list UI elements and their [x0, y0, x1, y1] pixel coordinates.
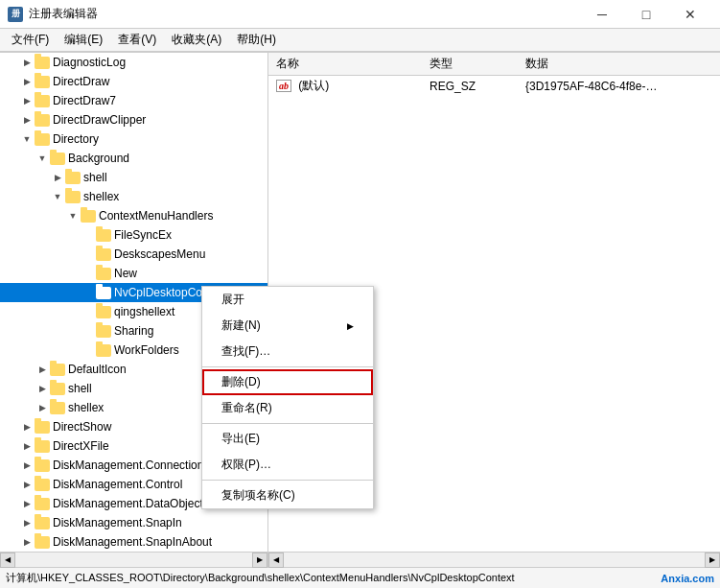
node-label: DirectDrawClipper	[53, 110, 146, 129]
menu-edit[interactable]: 编辑(E)	[57, 30, 110, 50]
ctx-divider-2	[202, 423, 373, 424]
list-item[interactable]: ▶ DiskManagement.SnapIn	[0, 513, 267, 532]
list-item[interactable]: ▶ shell	[0, 168, 267, 187]
menu-view[interactable]: 查看(V)	[110, 30, 164, 50]
folder-icon	[35, 479, 50, 491]
ctx-divider-1	[202, 366, 373, 367]
node-label: DiskManagement.SnapIn	[53, 513, 182, 532]
node-label: shell	[68, 379, 92, 398]
expand-icon[interactable]: ▼	[50, 189, 65, 204]
column-header-type[interactable]: 类型	[422, 53, 518, 76]
scroll-right2-left-button[interactable]: ◀	[268, 553, 284, 568]
folder-icon	[35, 498, 50, 510]
minimize-button[interactable]: ─	[580, 0, 624, 29]
node-label: New	[114, 264, 137, 283]
list-item[interactable]: ▼ ContextMenuHandlers	[0, 206, 267, 225]
close-button[interactable]: ✕	[668, 0, 712, 29]
expand-icon[interactable]: ▶	[19, 74, 35, 89]
expand-icon[interactable]: ▶	[19, 515, 35, 530]
expand-icon[interactable]: ▶	[50, 170, 65, 185]
ctx-find[interactable]: 查找(F)…	[202, 339, 373, 365]
node-label: DiskManagement.Connection	[53, 456, 203, 475]
right-scroll-track: ◀ ▶	[268, 553, 720, 567]
value-data: {3D1975AF-48C6-4f8e-…	[518, 76, 720, 97]
maximize-button[interactable]: □	[624, 0, 668, 29]
expand-icon[interactable]: ▼	[19, 131, 35, 147]
node-label: DirectDraw7	[53, 91, 116, 110]
scroll-left-button[interactable]: ◀	[0, 553, 15, 568]
status-path: 计算机\HKEY_CLASSES_ROOT\Directory\Backgrou…	[6, 571, 515, 585]
expand-icon[interactable]: ▶	[19, 55, 35, 70]
expand-icon[interactable]: ▼	[35, 151, 50, 166]
list-item[interactable]: ▶ DirectDraw	[0, 72, 267, 91]
folder-icon	[35, 459, 50, 472]
expand-icon[interactable]: ▶	[19, 112, 35, 128]
expand-icon[interactable]: ▶	[35, 362, 50, 377]
node-label: Background	[68, 149, 129, 168]
window-controls: ─ □ ✕	[580, 0, 712, 29]
node-label: WorkFolders	[114, 341, 179, 360]
node-label: Sharing	[114, 321, 153, 341]
folder-icon	[50, 364, 65, 376]
expand-icon[interactable]: ▶	[19, 419, 35, 435]
ctx-expand[interactable]: 展开	[202, 287, 373, 313]
folder-icon	[65, 172, 81, 184]
table-row[interactable]: ab (默认) REG_SZ {3D1975AF-48C6-4f8e-…	[268, 76, 720, 97]
node-label: DiskManagement.Control	[53, 475, 182, 494]
list-item[interactable]: ▼ Directory	[0, 129, 267, 149]
folder-icon	[65, 191, 81, 203]
folder-icon	[96, 248, 111, 261]
folder-icon	[35, 440, 50, 453]
list-item[interactable]: ▼ shellex	[0, 187, 267, 206]
expand-icon[interactable]: ▶	[35, 400, 50, 415]
value-name: ab (默认)	[268, 76, 422, 97]
list-item[interactable]: ▶ DiskManagement.SnapInAbout	[0, 532, 267, 552]
app-icon: 册	[8, 7, 23, 22]
scroll-right2-right-button[interactable]: ▶	[705, 553, 720, 568]
value-name-text: (默认)	[298, 79, 329, 92]
ab-icon: ab	[276, 80, 291, 92]
expand-icon[interactable]: ▶	[19, 477, 35, 492]
folder-icon	[96, 268, 111, 280]
menu-help[interactable]: 帮助(H)	[229, 30, 284, 50]
list-item[interactable]: ▶ DirectDrawClipper	[0, 110, 267, 129]
menu-favorites[interactable]: 收藏夹(A)	[164, 30, 229, 50]
node-label: shellex	[83, 187, 119, 206]
ctx-new[interactable]: 新建(N)	[202, 313, 373, 339]
list-item[interactable]: ▶ DirectDraw7	[0, 91, 267, 110]
menu-file[interactable]: 文件(F)	[4, 30, 57, 50]
list-item[interactable]: ▶ DiagnosticLog	[0, 53, 267, 72]
column-header-name[interactable]: 名称	[268, 53, 422, 76]
window-title: 注册表编辑器	[29, 6, 580, 22]
ctx-permissions[interactable]: 权限(P)…	[202, 452, 373, 478]
title-bar: 册 注册表编辑器 ─ □ ✕	[0, 0, 720, 29]
list-item[interactable]: DeskscapesMenu	[0, 245, 267, 264]
value-type: REG_SZ	[422, 76, 518, 97]
node-label: shell	[83, 168, 107, 187]
list-item[interactable]: FileSyncEx	[0, 225, 267, 245]
folder-icon	[35, 57, 50, 69]
ctx-export[interactable]: 导出(E)	[202, 426, 373, 452]
folder-icon	[35, 536, 50, 549]
folder-icon	[35, 95, 50, 107]
expand-icon[interactable]: ▶	[19, 438, 35, 454]
node-label: DirectShow	[53, 417, 111, 436]
folder-icon	[81, 210, 96, 223]
folder-icon	[35, 133, 50, 146]
ctx-rename[interactable]: 重命名(R)	[202, 395, 373, 421]
column-header-data[interactable]: 数据	[518, 53, 720, 76]
scroll-right-button[interactable]: ▶	[252, 553, 267, 568]
folder-icon	[35, 114, 50, 127]
expand-icon[interactable]: ▶	[19, 93, 35, 108]
ctx-delete[interactable]: 删除(D)	[202, 369, 373, 395]
bottom-scroll-bar: ◀ ▶ ◀ ▶	[0, 552, 720, 567]
expand-icon[interactable]: ▶	[19, 534, 35, 550]
folder-icon	[96, 325, 111, 338]
expand-icon[interactable]: ▼	[65, 208, 81, 223]
list-item[interactable]: New	[0, 264, 267, 283]
ctx-copy-name[interactable]: 复制项名称(C)	[202, 482, 373, 508]
expand-icon[interactable]: ▶	[19, 458, 35, 473]
expand-icon[interactable]: ▶	[35, 381, 50, 396]
list-item[interactable]: ▼ Background	[0, 149, 267, 168]
expand-icon[interactable]: ▶	[19, 496, 35, 511]
